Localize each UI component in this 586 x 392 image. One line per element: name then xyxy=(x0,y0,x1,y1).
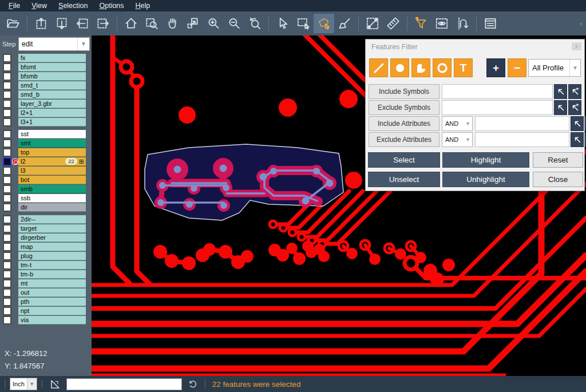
transform-button[interactable] xyxy=(183,14,203,33)
layer-name-bar[interactable]: tm-t xyxy=(18,261,86,270)
layer-visibility-checkbox[interactable] xyxy=(3,148,11,157)
zoom-area-button[interactable] xyxy=(141,14,162,33)
negative-filter-button[interactable]: − xyxy=(508,58,526,77)
layer-name-bar[interactable]: target xyxy=(18,224,86,233)
layer-name-bar[interactable]: 2dir-- xyxy=(18,215,86,224)
layer-visibility-checkbox[interactable] xyxy=(3,185,11,193)
layer-name-bar[interactable]: pth xyxy=(18,298,86,306)
layer-row-dir[interactable]: dir xyxy=(0,203,92,212)
layer-row-l2+1[interactable]: l2+1 xyxy=(0,109,92,117)
layer-name-bar[interactable]: dirgerber xyxy=(18,233,86,242)
features-filter-button[interactable] xyxy=(411,14,431,33)
profile-dropdown[interactable]: All Profile ▼ xyxy=(528,59,581,77)
layer-name-bar[interactable]: smd_b xyxy=(18,90,86,99)
pick-attribute-button[interactable] xyxy=(571,132,584,147)
layer-row-mt[interactable]: mt xyxy=(0,279,92,288)
layer-row-tm-b[interactable]: tm-b xyxy=(0,270,92,279)
layer-name-bar[interactable]: l3+1 xyxy=(18,118,86,126)
layer-name-bar[interactable]: tm-b xyxy=(18,270,86,279)
layer-visibility-checkbox[interactable] xyxy=(3,118,11,126)
layer-row-l3[interactable]: l3 xyxy=(0,167,92,175)
include-symbols-button[interactable]: Include Symbols xyxy=(369,84,440,99)
layer-name-bar[interactable]: out xyxy=(18,288,86,297)
move-down-button[interactable] xyxy=(52,14,72,33)
dialog-titlebar[interactable]: Features Filter x xyxy=(366,39,584,54)
step-dropdown[interactable]: edit ▼ xyxy=(18,37,90,51)
move-up-button[interactable] xyxy=(31,14,52,33)
pick-symbol-button[interactable] xyxy=(554,100,567,115)
layer-visibility-checkbox[interactable] xyxy=(3,130,11,138)
move-left-button[interactable] xyxy=(72,14,93,33)
select-pointer-button[interactable] xyxy=(272,14,293,33)
pick-add-symbol-button[interactable] xyxy=(568,100,581,115)
layer-row-bfsmt[interactable]: bfsmt xyxy=(0,63,92,72)
layer-row-smb[interactable]: smb xyxy=(0,185,92,193)
units-dropdown[interactable]: Inch ▼ xyxy=(10,378,37,390)
highlight-button[interactable]: Highlight xyxy=(442,152,529,168)
layer-visibility-checkbox[interactable] xyxy=(3,167,11,175)
layer-name-bar[interactable]: smt xyxy=(18,139,86,148)
layer-row-smt[interactable]: smt xyxy=(0,139,92,148)
menu-options[interactable]: Options xyxy=(94,1,129,11)
layer-row-sst[interactable]: sst xyxy=(0,130,92,138)
layer-name-bar[interactable]: npt xyxy=(18,307,86,315)
layer-visibility-checkbox[interactable] xyxy=(3,288,11,297)
layer-name-bar[interactable]: l222⊞ xyxy=(18,157,86,166)
text-filter-button[interactable]: T xyxy=(454,58,473,77)
select-rectangle-button[interactable] xyxy=(293,14,314,33)
positive-filter-button[interactable]: + xyxy=(486,58,505,77)
layer-row-out[interactable]: out xyxy=(0,288,92,297)
layer-row-bot[interactable]: bot xyxy=(0,176,92,184)
layer-visibility-checkbox[interactable] xyxy=(3,176,11,184)
layer-visibility-checkbox[interactable] xyxy=(3,270,11,279)
layer-row-tm-t[interactable]: tm-t xyxy=(0,261,92,270)
command-input[interactable] xyxy=(66,378,182,390)
menu-selection[interactable]: Selection xyxy=(53,1,93,11)
layer-row-plug[interactable]: plug xyxy=(0,252,92,260)
zoom-out-button[interactable] xyxy=(224,14,244,33)
pick-symbol-button[interactable] xyxy=(554,84,567,99)
layer-name-bar[interactable]: map xyxy=(18,243,86,251)
layer-visibility-checkbox[interactable] xyxy=(3,100,11,108)
layer-row-top[interactable]: top xyxy=(0,148,92,157)
unhighlight-button[interactable]: Unhighlight xyxy=(442,172,529,187)
feature-properties-button[interactable] xyxy=(480,14,501,33)
layer-name-bar[interactable]: fx xyxy=(18,54,86,62)
exclude-attributes-button[interactable]: Exclude Attributes xyxy=(369,132,440,147)
layer-visibility-checkbox[interactable] xyxy=(3,224,11,233)
menu-help[interactable]: Help xyxy=(130,1,156,11)
layer-visibility-checkbox[interactable] xyxy=(3,307,11,315)
include-attributes-button[interactable]: Include Attributes xyxy=(369,116,440,131)
exclude-attributes-input[interactable] xyxy=(475,132,569,147)
layer-visibility-checkbox[interactable] xyxy=(3,261,11,270)
layer-name-bar[interactable]: sst xyxy=(18,130,86,138)
corner-mode-button[interactable] xyxy=(49,378,61,390)
exclude-attributes-operator[interactable]: AND ▼ xyxy=(442,132,473,147)
layer-name-bar[interactable]: bot xyxy=(18,176,86,184)
layer-row-npt[interactable]: npt xyxy=(0,307,92,315)
refresh-button[interactable] xyxy=(188,379,198,389)
layer-name-bar[interactable]: layer_3.gbr xyxy=(18,100,86,108)
layer-name-bar[interactable]: dir xyxy=(18,203,86,212)
layer-visibility-checkbox[interactable] xyxy=(3,316,11,324)
close-icon[interactable]: x xyxy=(572,42,581,50)
include-attributes-operator[interactable]: AND ▼ xyxy=(442,116,473,131)
layer-name-bar[interactable]: plug xyxy=(18,252,86,260)
layer-row-target[interactable]: target xyxy=(0,224,92,233)
zoom-previous-button[interactable] xyxy=(244,14,265,33)
layer-name-bar[interactable]: smd_t xyxy=(18,81,86,90)
layer-visibility-checkbox[interactable] xyxy=(3,203,11,212)
layer-visibility-checkbox[interactable] xyxy=(3,157,11,166)
layer-name-bar[interactable]: mt xyxy=(18,279,86,288)
layer-row-pth[interactable]: pth xyxy=(0,298,92,306)
layer-row-dirgerber[interactable]: dirgerber xyxy=(0,233,92,242)
arc-filter-button[interactable] xyxy=(433,58,452,77)
layer-row-ssb[interactable]: ssb xyxy=(0,194,92,203)
menu-view[interactable]: View xyxy=(26,1,52,11)
layer-visibility-checkbox[interactable] xyxy=(3,54,11,62)
layer-visibility-checkbox[interactable] xyxy=(3,90,11,99)
include-symbols-input[interactable] xyxy=(442,84,553,99)
layer-visibility-checkbox[interactable] xyxy=(3,279,11,288)
layer-visibility-checkbox[interactable] xyxy=(3,243,11,251)
pan-button[interactable] xyxy=(162,14,183,33)
